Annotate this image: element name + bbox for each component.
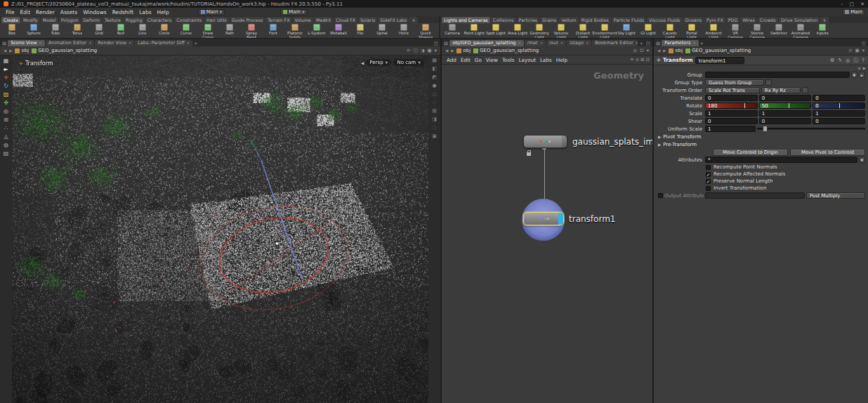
shelf-tab[interactable]: Texture <box>103 17 123 23</box>
display-option-icon[interactable]: ▣ <box>432 134 437 139</box>
path-node-geo[interactable]: GEO_gaussian_splatting <box>685 48 751 53</box>
menu-item[interactable]: Labs <box>136 9 154 15</box>
close-button[interactable]: ✕ <box>860 1 864 7</box>
shelf-tool[interactable]: Animated Camera <box>790 24 811 38</box>
display-option-icon[interactable]: ◩ <box>432 75 437 80</box>
shear-y-field[interactable]: 0 <box>759 118 812 124</box>
shelf-tab[interactable]: Constraints <box>174 17 204 23</box>
post-multiply-dropdown[interactable]: Post Multiply <box>806 192 865 199</box>
shelf-tab[interactable]: + <box>409 17 417 23</box>
close-icon[interactable]: ✕ <box>88 41 91 46</box>
shear-x-field[interactable]: 0 <box>705 118 758 124</box>
pane-tab[interactable]: /out✕ <box>546 40 566 46</box>
shelf-tool[interactable]: Grid <box>88 24 110 36</box>
camera-menu-button[interactable]: No cam▼ <box>393 59 424 66</box>
help-icon[interactable]: ? <box>861 58 865 63</box>
shelf-tab[interactable]: Viscous Fluids <box>647 17 682 23</box>
new-tab-icon[interactable]: + <box>194 41 197 47</box>
shelf-tool[interactable]: Spiral <box>371 24 393 36</box>
gear-icon[interactable]: ⚙ <box>829 58 835 63</box>
shelf-tool[interactable]: Distant Light <box>572 24 593 38</box>
overview-icon[interactable]: ⊡ <box>646 57 650 62</box>
shelf-tool[interactable]: Camera <box>442 24 463 36</box>
shelf-tool[interactable]: Sphere <box>23 24 44 36</box>
output-attribute-checkbox[interactable] <box>658 193 663 198</box>
network-menu-item[interactable]: Layout <box>517 57 538 63</box>
checkbox[interactable] <box>706 186 711 191</box>
pane-split-icon[interactable]: ◫ <box>434 41 438 47</box>
shelf-tab[interactable]: Collisions <box>491 17 516 23</box>
translate-y-field[interactable]: 0 <box>759 95 812 101</box>
rotate-y-field[interactable]: 50 <box>759 103 812 109</box>
shelf-tab[interactable]: Drive Simulation <box>779 17 820 23</box>
shelf-tab[interactable]: Create <box>1 17 20 23</box>
shelf-tool[interactable]: Stereo Camera <box>747 24 768 38</box>
shelf-tool[interactable]: Ambient Light <box>703 24 724 38</box>
rotate-z-field[interactable]: 0 <box>813 103 865 109</box>
shelf-tab[interactable]: Oceans <box>683 17 704 23</box>
presets-icon[interactable]: ≡ <box>857 66 861 70</box>
shelf-tab[interactable]: Wires <box>740 17 756 23</box>
shelf-tool[interactable]: Spray Paint <box>241 24 262 38</box>
menu-arrow-icon[interactable]: ▾ <box>862 48 864 53</box>
new-tab-icon[interactable]: + <box>700 41 704 47</box>
info-icon[interactable]: ⓘ <box>413 48 418 54</box>
shelf-tab[interactable]: Solaris <box>358 17 377 23</box>
path-root-obj[interactable]: obj <box>669 48 683 53</box>
checkbox[interactable]: ✓ <box>706 172 711 177</box>
node-flags[interactable] <box>562 136 567 147</box>
pane-tab[interactable]: Labs::Parameter Diff✕ <box>135 40 192 46</box>
close-icon[interactable]: ✕ <box>518 41 520 46</box>
shear-z-field[interactable]: 0 <box>813 118 865 124</box>
shelf-tool[interactable]: Circle <box>154 24 175 36</box>
shelf-tab[interactable]: Characters <box>145 17 173 23</box>
shelf-tool[interactable]: Torus <box>67 24 88 36</box>
display-option-icon[interactable]: ◨ <box>432 117 437 122</box>
info-icon[interactable]: ⓘ <box>853 57 859 64</box>
pane-menu-icon[interactable]: ▤ <box>656 41 660 47</box>
menu-item[interactable]: Edit <box>18 9 34 15</box>
align-icon[interactable]: ≡ <box>636 57 639 62</box>
pane-tab[interactable]: Parameters✕ <box>662 40 698 46</box>
shelf-tool[interactable]: Geometry Light <box>529 24 550 38</box>
shelf-tool[interactable]: Inputs <box>812 24 833 36</box>
display-option-icon[interactable]: ○ <box>432 92 436 97</box>
shelf-tool[interactable]: File <box>350 24 371 36</box>
close-icon[interactable]: ✕ <box>586 41 588 46</box>
search-icon[interactable]: ◎ <box>845 58 850 63</box>
shelf-tab[interactable]: Deform <box>81 17 101 23</box>
pre-transform-section[interactable]: ▶ Pre-Transform <box>654 140 868 148</box>
shelf-tab[interactable]: Terrain FX <box>265 17 291 23</box>
view-menu-button[interactable]: Persp▼ <box>366 59 391 66</box>
pane-tab[interactable]: Animation Editor✕ <box>46 40 95 46</box>
viewport-tool-icon[interactable]: ✛ <box>4 75 8 81</box>
menu-arrow-icon[interactable]: ▾ <box>647 48 649 53</box>
shelf-tool[interactable]: Caustic Light <box>659 24 680 38</box>
network-menu-item[interactable]: Add <box>445 57 459 63</box>
group-type-dropdown[interactable]: Guess from Group <box>705 79 764 86</box>
pin-icon[interactable]: ⊙ <box>848 48 852 53</box>
shelf-tab[interactable]: Polygon <box>59 17 81 23</box>
network-editor[interactable]: Geometry gaussian_splats_im transform1 <box>442 65 652 403</box>
viewport-tool-icon[interactable]: ↻ <box>4 84 8 89</box>
viewport-tool-icon[interactable]: ► <box>4 67 8 72</box>
menu-item[interactable]: Help <box>154 9 172 15</box>
network-menu-item[interactable]: View <box>484 57 500 63</box>
lock-icon[interactable]: ▣ <box>855 48 860 53</box>
close-icon[interactable]: ✕ <box>636 41 638 46</box>
viewport-tool-icon[interactable]: ▦ <box>4 58 9 64</box>
forward-icon[interactable]: ▶ <box>451 48 454 53</box>
shade-icon[interactable]: ◑ <box>421 48 425 53</box>
tools-icon[interactable]: ✛ <box>630 57 633 62</box>
shelf-tab[interactable]: Hair Utils <box>204 17 229 23</box>
path-node-geo[interactable]: GEO_gaussian_splatting <box>32 48 97 53</box>
close-icon[interactable]: ✕ <box>692 41 695 46</box>
menu-arrow-icon[interactable]: ▾ <box>435 48 437 53</box>
translate-z-field[interactable]: 0 <box>813 95 865 101</box>
viewport-tool-icon[interactable]: ▤ <box>4 151 9 157</box>
desktop-selector[interactable]: Main▼ <box>198 9 225 15</box>
shelf-tab[interactable]: Lights and Cameras <box>442 17 490 23</box>
shelf-tab[interactable]: Pyro FX <box>704 17 725 23</box>
checkbox[interactable] <box>706 165 711 170</box>
shelf-tool[interactable]: Font <box>263 24 284 36</box>
